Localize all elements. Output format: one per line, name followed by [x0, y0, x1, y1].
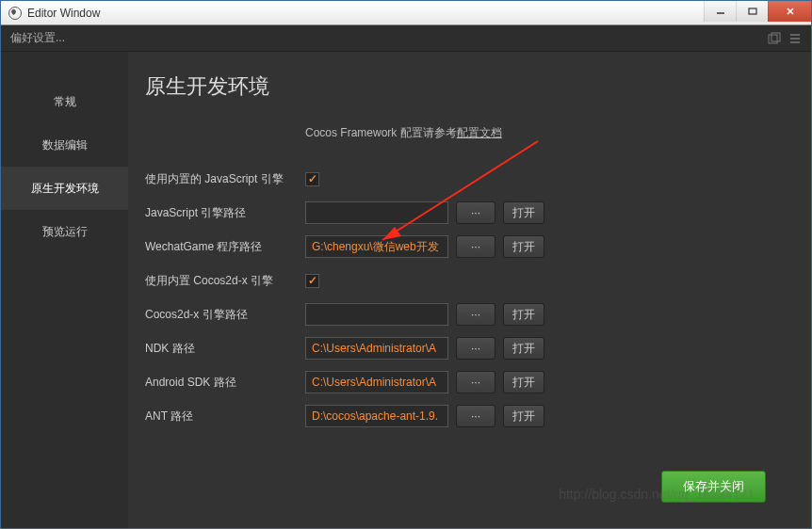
wechat-path-input[interactable]: G:\chengxu\微信web开发	[305, 235, 448, 258]
watermark: http://blog.csdn.net/qq_16234121	[559, 487, 755, 502]
titlebar: Editor Window	[1, 1, 811, 25]
sidebar-item-data-edit[interactable]: 数据编辑	[1, 123, 128, 167]
main-panel: 原生开发环境 Cocos Framework 配置请参考配置文档 使用内置的 J…	[128, 52, 811, 528]
sdk-open-button[interactable]: 打开	[503, 371, 544, 393]
svg-rect-4	[769, 35, 777, 43]
sidebar-item-general[interactable]: 常规	[1, 80, 128, 123]
ant-path-input[interactable]: D:\cocos\apache-ant-1.9.	[305, 405, 448, 427]
js-engine-open-button[interactable]: 打开	[503, 201, 544, 224]
window-title: Editor Window	[27, 7, 698, 20]
wechat-browse-button[interactable]: ···	[456, 235, 495, 258]
maximize-button[interactable]	[736, 1, 768, 22]
app-icon	[8, 7, 22, 20]
use-builtin-cocos-checkbox[interactable]	[305, 274, 319, 288]
wechat-open-button[interactable]: 打开	[503, 235, 544, 258]
sidebar: 常规 数据编辑 原生开发环境 预览运行	[1, 52, 128, 528]
row-ant-path: ANT 路径 D:\cocos\apache-ant-1.9. ··· 打开	[145, 399, 783, 433]
use-builtin-js-checkbox[interactable]	[305, 172, 319, 186]
row-use-builtin-js: 使用内置的 JavaScript 引擎	[145, 162, 783, 196]
row-wechat-path: WechatGame 程序路径 G:\chengxu\微信web开发 ··· 打…	[145, 230, 783, 264]
close-button[interactable]	[768, 1, 811, 22]
row-ndk-path: NDK 路径 C:\Users\Administrator\A ··· 打开	[145, 331, 783, 365]
js-engine-path-label: JavaScript 引擎路径	[145, 205, 305, 221]
page-title: 原生开发环境	[145, 72, 783, 101]
sidebar-item-label: 数据编辑	[42, 137, 88, 153]
cocos-path-label: Cocos2d-x 引擎路径	[145, 307, 305, 323]
ndk-path-input[interactable]: C:\Users\Administrator\A	[305, 337, 448, 360]
framework-note-text: Cocos Framework 配置请参考	[305, 126, 457, 139]
wechat-path-label: WechatGame 程序路径	[145, 239, 305, 255]
row-js-engine-path: JavaScript 引擎路径 ··· 打开	[145, 196, 783, 230]
sidebar-item-native-dev[interactable]: 原生开发环境	[1, 167, 128, 210]
cocos-path-input[interactable]	[305, 303, 448, 326]
footer: http://blog.csdn.net/qq_16234121 保存并关闭	[145, 464, 783, 509]
cocos-browse-button[interactable]: ···	[456, 303, 495, 326]
js-engine-path-input[interactable]	[305, 201, 448, 224]
use-builtin-js-label: 使用内置的 JavaScript 引擎	[145, 171, 305, 187]
sdk-path-input[interactable]: C:\Users\Administrator\A	[305, 371, 448, 393]
config-doc-link[interactable]: 配置文档	[457, 126, 502, 139]
svg-rect-5	[771, 33, 780, 41]
ndk-open-button[interactable]: 打开	[503, 337, 544, 360]
body: 常规 数据编辑 原生开发环境 预览运行 原生开发环境 Cocos Framewo…	[1, 52, 811, 528]
cocos-open-button[interactable]: 打开	[503, 303, 544, 326]
ant-open-button[interactable]: 打开	[503, 405, 544, 427]
popout-icon[interactable]	[768, 32, 781, 45]
sidebar-item-label: 预览运行	[42, 224, 88, 240]
ant-browse-button[interactable]: ···	[456, 405, 495, 427]
window-controls	[704, 1, 811, 24]
ndk-path-label: NDK 路径	[145, 341, 305, 357]
ndk-browse-button[interactable]: ···	[456, 337, 495, 360]
minimize-button[interactable]	[704, 1, 736, 22]
sidebar-item-label: 原生开发环境	[31, 181, 99, 197]
tab-preferences[interactable]: 偏好设置...	[10, 30, 65, 46]
row-cocos-path: Cocos2d-x 引擎路径 ··· 打开	[145, 297, 783, 331]
editor-window: Editor Window 偏好设置... 常规 数据编辑 原生开发环境 预览运…	[0, 0, 812, 529]
sdk-browse-button[interactable]: ···	[456, 371, 495, 393]
use-builtin-cocos-label: 使用内置 Cocos2d-x 引擎	[145, 273, 305, 289]
menu-icon[interactable]	[788, 32, 802, 45]
js-engine-browse-button[interactable]: ···	[456, 201, 495, 224]
svg-rect-1	[749, 8, 756, 14]
sdk-path-label: Android SDK 路径	[145, 375, 305, 391]
row-sdk-path: Android SDK 路径 C:\Users\Administrator\A …	[145, 365, 783, 399]
sidebar-item-preview[interactable]: 预览运行	[1, 210, 128, 253]
tab-bar: 偏好设置...	[1, 25, 811, 52]
ant-path-label: ANT 路径	[145, 409, 305, 425]
sidebar-item-label: 常规	[54, 94, 76, 110]
framework-note: Cocos Framework 配置请参考配置文档	[305, 125, 783, 141]
row-use-builtin-cocos: 使用内置 Cocos2d-x 引擎	[145, 264, 783, 297]
